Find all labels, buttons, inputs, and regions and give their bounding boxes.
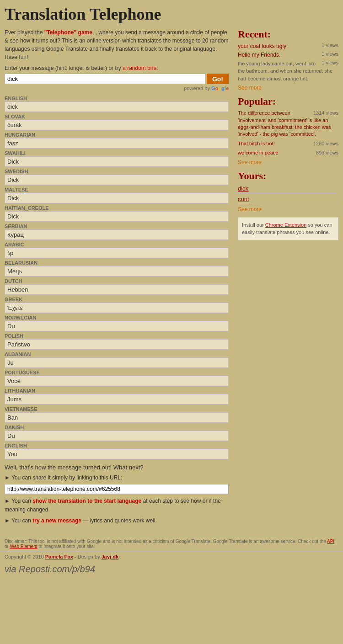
lang-value: Jums: [5, 394, 229, 404]
popular-text: we come in peace: [238, 150, 279, 155]
yours-see-more[interactable]: See more: [238, 206, 338, 213]
recent-item: 1 viewsyour coat looks ugly: [238, 43, 338, 49]
lang-section: LITHUANIANJums: [5, 388, 229, 404]
lang-section: HUNGARIANfasz: [5, 132, 229, 149]
lang-label: GREEK: [5, 297, 229, 302]
lang-label: LITHUANIAN: [5, 388, 229, 394]
google-logo: Google: [211, 85, 229, 91]
lang-value: Dick: [5, 175, 229, 185]
lang-label: PORTUGUESE: [5, 370, 229, 375]
go-button[interactable]: Go!: [207, 74, 229, 84]
chrome-extension-link[interactable]: Chrome Extension: [265, 222, 307, 228]
lang-value: Du: [5, 321, 229, 331]
lang-label: DANISH: [5, 425, 229, 430]
popular-item: 1280 viewsThat bitch is hot!: [238, 140, 338, 147]
web-element-link[interactable]: Web Element: [10, 544, 38, 549]
recent-see-more[interactable]: See more: [238, 85, 338, 91]
lang-value: Hebben: [5, 284, 229, 295]
lang-value: Dick: [5, 156, 229, 167]
lang-value: Państwo: [5, 339, 229, 350]
chrome-extension-box: Install our Chrome Extension so you can …: [238, 217, 338, 240]
lang-section: HAITIAN_CREOLEDick: [5, 205, 229, 222]
lang-section: ENGLISHdick: [5, 96, 229, 112]
lang-label: SWAHILI: [5, 150, 229, 156]
author-link[interactable]: Pamela Fox: [45, 554, 73, 559]
lang-value: čurák: [5, 120, 229, 130]
share-url-input[interactable]: [5, 484, 229, 494]
popular-see-more[interactable]: See more: [238, 159, 338, 165]
lang-section: SWAHILIDick: [5, 150, 229, 167]
intro-text: Ever played the "Telephone" game, , wher…: [5, 28, 229, 61]
message-input[interactable]: [5, 74, 205, 84]
input-label: Enter your message (hint: longer is bett…: [5, 65, 229, 71]
designer-link[interactable]: Jayj.dk: [102, 554, 118, 559]
lang-label: MALTESE: [5, 187, 229, 192]
recent-views: 1 views: [322, 60, 338, 65]
lang-value: ذp: [5, 248, 229, 258]
lang-section: PORTUGUESEVocê: [5, 370, 229, 386]
lang-label: HUNGARIAN: [5, 132, 229, 138]
yours-item[interactable]: cunt: [238, 195, 338, 204]
lang-label: POLISH: [5, 333, 229, 339]
recent-item: 1 viewsthe young lady came out, went int…: [238, 60, 338, 82]
message-input-row: Go!: [5, 74, 229, 84]
lang-value: Dick: [5, 193, 229, 203]
lang-value: Dick: [5, 211, 229, 222]
recent-link[interactable]: Hello my Friends.: [238, 52, 280, 58]
lang-value: Мець: [5, 266, 229, 277]
new-message-link[interactable]: try a new message: [32, 517, 81, 524]
popular-views: 1314 views: [313, 110, 338, 117]
language-list: ENGLISHdickSLOVAKčurákHUNGARIANfaszSWAHI…: [5, 96, 229, 459]
recent-views: 1 views: [322, 43, 338, 48]
lang-value: You: [5, 449, 229, 459]
lang-label: SWEDISH: [5, 169, 229, 174]
lang-section: VIETNAMESEBan: [5, 406, 229, 423]
lang-value: Du: [5, 431, 229, 441]
popular-views: 893 views: [316, 149, 338, 156]
lang-label: BELARUSIAN: [5, 260, 229, 266]
lang-value: dick: [5, 101, 229, 112]
popular-views: 1280 views: [313, 140, 338, 147]
recent-link[interactable]: your coat looks ugly: [238, 43, 286, 49]
lang-section: NORWEGIANDu: [5, 315, 229, 331]
copyright: Copyright © 2010 Pamela Fox - Design by …: [0, 551, 343, 562]
lang-label: SERBIAN: [5, 224, 229, 229]
lang-section: ARABICذp: [5, 242, 229, 258]
recent-text-long: the young lady came out, went into the b…: [238, 61, 332, 81]
result-heading: Well, that's how the message turned out!…: [5, 464, 229, 471]
lang-value: Você: [5, 376, 229, 386]
share-url-row: [5, 484, 229, 494]
lang-label: SLOVAK: [5, 114, 229, 119]
translation-start-link[interactable]: show the translation to the start langua…: [32, 498, 141, 504]
popular-item: 893 viewswe come in peace: [238, 149, 338, 156]
popular-title: Popular:: [238, 96, 338, 107]
new-message-text: ► You can try a new message — lyrics and…: [5, 516, 229, 525]
lang-value: Ju: [5, 357, 229, 368]
lang-label: NORWEGIAN: [5, 315, 229, 320]
lang-section: SWEDISHDick: [5, 169, 229, 185]
lang-section: SERBIANКурац: [5, 224, 229, 240]
lang-section: BELARUSIANМець: [5, 260, 229, 277]
powered-by: powered by Google: [5, 85, 229, 91]
lang-label: ARABIC: [5, 242, 229, 247]
api-link[interactable]: API: [327, 539, 334, 544]
lang-value: Курац: [5, 229, 229, 240]
lang-section: POLISHPaństwo: [5, 333, 229, 350]
lang-label: ENGLISH: [5, 443, 229, 448]
popular-text: That bitch is hot!: [238, 141, 275, 146]
page-title: Translation Telephone: [0, 0, 343, 26]
popular-item: 1314 viewsThe difference between 'involv…: [238, 110, 338, 138]
lang-label: ENGLISH: [5, 96, 229, 101]
random-link[interactable]: a random one: [123, 65, 156, 71]
game-label: "Telephone" game: [44, 29, 92, 36]
lang-section: MALTESEDick: [5, 187, 229, 203]
lang-section: GREEKΈχετε: [5, 297, 229, 313]
recent-list: 1 viewsyour coat looks ugly1 viewsHello …: [238, 43, 338, 82]
recent-item: 1 viewsHello my Friends.: [238, 51, 338, 58]
translation-start-text: ► You can show the translation to the st…: [5, 497, 229, 514]
yours-item[interactable]: dick: [238, 184, 338, 193]
share-label: ► You can share it simply by linking to …: [5, 474, 229, 482]
lang-section: ENGLISHYou: [5, 443, 229, 459]
lang-label: HAITIAN_CREOLE: [5, 205, 229, 211]
popular-list: 1314 viewsThe difference between 'involv…: [238, 110, 338, 156]
